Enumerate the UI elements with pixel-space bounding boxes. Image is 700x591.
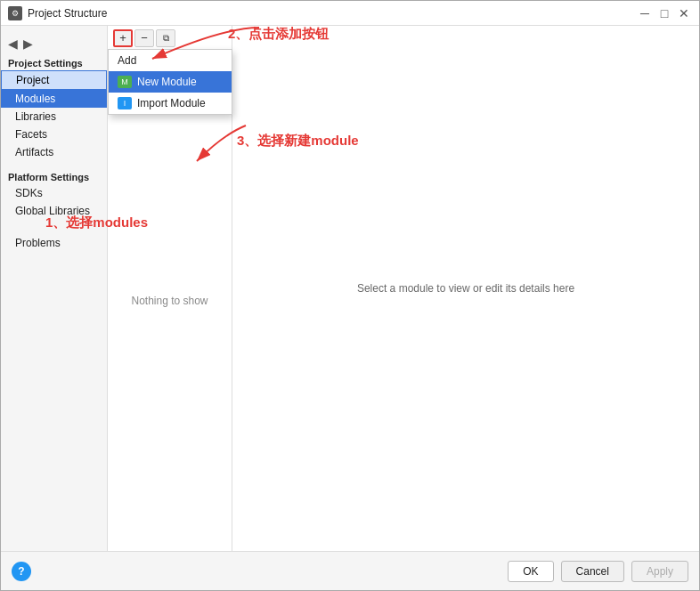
add-module-button[interactable]: + (113, 29, 133, 47)
sidebar-item-facets[interactable]: Facets (1, 125, 107, 143)
add-label: Add (118, 54, 136, 67)
ok-button[interactable]: OK (508, 561, 553, 582)
window-controls: ─ □ ✕ (637, 5, 692, 21)
add-dropdown-menu: Add M New Module I Import Module (108, 49, 232, 115)
import-module-label: Import Module (137, 97, 206, 109)
nothing-to-show-text: Nothing to show (131, 295, 208, 307)
title-bar: ⚙ Project Structure ─ □ ✕ (1, 1, 699, 26)
problems-spacer: Problems (1, 234, 107, 252)
content-area: ◀ ▶ Project Settings Project Modules Lib… (1, 26, 699, 551)
dropdown-add[interactable]: Add (109, 50, 232, 71)
project-settings-label: Project Settings (1, 54, 107, 70)
ok-label: OK (523, 565, 538, 578)
sidebar-item-artifacts[interactable]: Artifacts (1, 143, 107, 161)
new-module-label: New Module (137, 76, 197, 88)
modules-empty: Nothing to show (108, 51, 232, 551)
dropdown-new-module[interactable]: M New Module (109, 71, 232, 93)
sidebar-item-global-libraries[interactable]: Global Libraries (1, 202, 107, 220)
sidebar-item-modules[interactable]: Modules (1, 90, 107, 108)
help-icon: ? (18, 565, 24, 578)
copy-icon: ⧉ (163, 33, 169, 44)
sidebar-item-libraries[interactable]: Libraries (1, 108, 107, 125)
close-button[interactable]: ✕ (676, 5, 692, 21)
forward-arrow[interactable]: ▶ (23, 36, 33, 51)
new-module-icon: M (118, 76, 132, 88)
apply-label: Apply (647, 565, 673, 578)
copy-module-button[interactable]: ⧉ (156, 29, 175, 47)
modules-list-area: + − ⧉ Add M New M (108, 26, 232, 551)
plus-icon: + (119, 31, 126, 45)
maximize-button[interactable]: □ (656, 5, 672, 21)
sidebar-item-project[interactable]: Project (1, 70, 107, 90)
minimize-button[interactable]: ─ (637, 5, 653, 21)
detail-area: Select a module to view or edit its deta… (232, 26, 699, 551)
nav-arrows: ◀ ▶ (1, 33, 107, 54)
minus-icon: − (141, 31, 148, 45)
cancel-button[interactable]: Cancel (561, 561, 624, 582)
platform-settings-label: Platform Settings (1, 168, 107, 184)
cancel-label: Cancel (576, 565, 609, 578)
apply-button[interactable]: Apply (631, 561, 688, 582)
window-icon: ⚙ (8, 6, 22, 20)
remove-module-button[interactable]: − (134, 29, 154, 47)
sidebar-item-problems[interactable]: Problems (1, 234, 107, 252)
modules-toolbar: + − ⧉ Add M New M (108, 26, 232, 51)
sidebar: ◀ ▶ Project Settings Project Modules Lib… (1, 26, 108, 551)
import-module-icon: I (118, 97, 132, 109)
sidebar-item-sdks[interactable]: SDKs (1, 184, 107, 202)
dropdown-import-module[interactable]: I Import Module (109, 93, 232, 114)
back-arrow[interactable]: ◀ (8, 36, 18, 51)
bottom-bar: ? OK Cancel Apply (1, 551, 699, 590)
detail-placeholder-text: Select a module to view or edit its deta… (357, 282, 574, 295)
window-title: Project Structure (28, 7, 637, 20)
action-buttons: OK Cancel Apply (508, 561, 688, 582)
help-button[interactable]: ? (12, 562, 31, 581)
project-structure-window: ⚙ Project Structure ─ □ ✕ ◀ ▶ Project Se… (0, 0, 700, 591)
main-panel: + − ⧉ Add M New M (108, 26, 699, 551)
